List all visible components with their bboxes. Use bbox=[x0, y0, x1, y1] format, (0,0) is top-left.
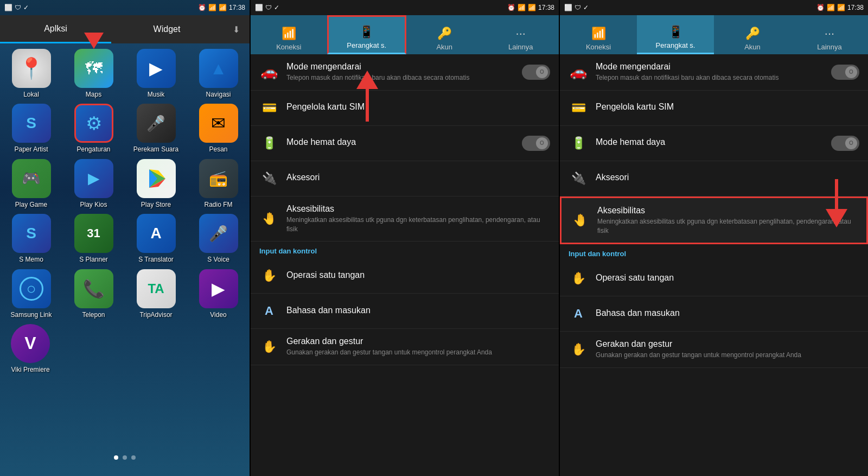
app-label-maps: Maps bbox=[86, 91, 101, 98]
app-icon-playgame: 🎮 bbox=[12, 159, 51, 198]
item-language-3[interactable]: A Bahasa dan masukan bbox=[560, 296, 868, 332]
app-pesan[interactable]: ✉ Pesan bbox=[190, 104, 247, 153]
shield-icon-2: 🛡 bbox=[265, 4, 272, 11]
tab-lainnya-2[interactable]: ··· Lainnya bbox=[483, 15, 559, 54]
battery-toggle-2[interactable] bbox=[522, 136, 550, 151]
language-text-3: Bahasa dan masukan bbox=[596, 308, 859, 320]
status-bar-2: ⬜ 🛡 ✓ ⏰ 📶 📶 17:38 bbox=[251, 0, 559, 15]
drive-icon-3: 🚗 bbox=[569, 62, 588, 82]
item-gesture-2[interactable]: ✋ Gerakan dan gestur Gunakan gerakan dan… bbox=[251, 329, 559, 365]
onetap-icon-2: ✋ bbox=[259, 266, 279, 285]
app-icon-pesan: ✉ bbox=[199, 104, 238, 143]
check-icon: ✓ bbox=[23, 4, 29, 11]
app-icon-paperartist: S bbox=[12, 104, 51, 143]
gesture-icon-3: ✋ bbox=[569, 340, 588, 359]
app-svoice[interactable]: 🎤 S Voice bbox=[190, 214, 247, 263]
app-video[interactable]: ▶ Video bbox=[190, 269, 247, 319]
signal-icon-3: 📶 bbox=[837, 4, 845, 11]
tab-widget[interactable]: Widget bbox=[111, 15, 222, 43]
download-icon[interactable]: ⬇ bbox=[222, 24, 250, 35]
app-maps[interactable]: 🗺 Maps bbox=[65, 49, 122, 98]
item-drive-2[interactable]: 🚗 Mode mengendarai Telepon masuk dan not… bbox=[251, 54, 559, 91]
app-grid: 📍 Lokal 🗺 Maps ▶ Musik ▲ Navigasi bbox=[0, 43, 250, 324]
sim-text-2: Pengelola kartu SIM bbox=[286, 102, 550, 113]
app-icon-splanner: 31 bbox=[74, 214, 113, 253]
app-lokal[interactable]: 📍 Lokal bbox=[3, 49, 60, 98]
item-battery-2[interactable]: 🔋 Mode hemat daya bbox=[251, 126, 559, 161]
app-label-playstore: Play Store bbox=[141, 201, 171, 208]
tab-akun-2[interactable]: 🔑 Akun bbox=[406, 15, 483, 54]
item-accessibility-2[interactable]: 🤚 Aksesibilitas Meningkatkan aksesibilit… bbox=[251, 196, 559, 242]
app-label-stranslator: S Translator bbox=[138, 256, 174, 263]
screenshot-icon-2: ⬜ bbox=[255, 4, 263, 11]
battery-icon-2: 🔋 bbox=[259, 134, 279, 153]
app-radiofm[interactable]: 📻 Radio FM bbox=[190, 159, 247, 208]
item-onetap-2[interactable]: ✋ Operasi satu tangan bbox=[251, 258, 559, 294]
battery-icon-3: 🔋 bbox=[569, 134, 588, 153]
item-battery-3[interactable]: 🔋 Mode hemat daya bbox=[560, 126, 868, 161]
tab-lainnya-3[interactable]: ··· Lainnya bbox=[791, 15, 868, 54]
app-label-radiofm: Radio FM bbox=[204, 201, 232, 208]
app-navigasi[interactable]: ▲ Navigasi bbox=[190, 49, 247, 98]
tab-aplksi[interactable]: Aplksi bbox=[0, 15, 111, 43]
tab-koneksi-label-3: Koneksi bbox=[586, 43, 611, 51]
gesture-text-3: Gerakan dan gestur Gunakan gerakan dan g… bbox=[596, 339, 859, 360]
app-musik[interactable]: ▶ Musik bbox=[127, 49, 184, 98]
tab-koneksi-2[interactable]: 📶 Koneksi bbox=[251, 15, 327, 54]
lainnya-icon-3: ··· bbox=[825, 27, 834, 41]
item-accessory-2[interactable]: 🔌 Aksesori bbox=[251, 161, 559, 196]
panel-settings-3: ⬜ 🛡 ✓ ⏰ 📶 📶 17:38 📶 Koneksi 📱 Perangkat … bbox=[560, 0, 868, 476]
app-pengaturan[interactable]: ⚙ Pengaturan bbox=[65, 104, 122, 153]
lainnya-icon-2: ··· bbox=[516, 27, 526, 41]
tab-akun-label-2: Akun bbox=[436, 43, 452, 51]
drive-toggle-3[interactable] bbox=[831, 65, 859, 80]
app-telepon[interactable]: 📞 Telepon bbox=[65, 269, 122, 319]
item-accessibility-3[interactable]: 🤚 Aksesibilitas Meningkatkan aksesibilit… bbox=[560, 196, 868, 245]
app-smemo[interactable]: S S Memo bbox=[3, 214, 60, 263]
app-playstore[interactable]: Play Store bbox=[127, 159, 184, 208]
item-language-2[interactable]: A Bahasa dan masukan bbox=[251, 294, 559, 329]
app-icon-svoice: 🎤 bbox=[199, 214, 238, 253]
app-icon-radiofm: 📻 bbox=[199, 159, 238, 198]
tab-perangkat-label-3: Perangkat s. bbox=[656, 41, 695, 49]
app-playgame[interactable]: 🎮 Play Game bbox=[3, 159, 60, 208]
item-gesture-3[interactable]: ✋ Gerakan dan gestur Gunakan gerakan dan… bbox=[560, 332, 868, 368]
tab-akun-3[interactable]: 🔑 Akun bbox=[714, 15, 791, 54]
battery-text-3: Mode hemat daya bbox=[596, 137, 824, 149]
item-accessory-3[interactable]: 🔌 Aksesori bbox=[560, 161, 868, 196]
accessory-text-3: Aksesori bbox=[596, 173, 859, 184]
tab-koneksi-3[interactable]: 📶 Koneksi bbox=[560, 15, 637, 54]
wifi-icon-2: 📶 bbox=[518, 4, 526, 11]
check-icon-2: ✓ bbox=[274, 4, 279, 11]
battery-toggle-3[interactable] bbox=[831, 136, 859, 151]
app-samsunglink[interactable]: ○ Samsung Link bbox=[3, 269, 60, 319]
app-label-tripadvisor: TripAdvisor bbox=[139, 311, 172, 319]
drive-toggle-2[interactable] bbox=[522, 65, 550, 80]
settings-tabs-2: 📶 Koneksi 📱 Perangkat s. 🔑 Akun ··· Lain… bbox=[251, 15, 559, 54]
item-onetap-3[interactable]: ✋ Operasi satu tangan bbox=[560, 261, 868, 296]
item-sim-2[interactable]: 💳 Pengelola kartu SIM bbox=[251, 91, 559, 126]
app-viki[interactable]: V Viki Premiere bbox=[11, 324, 50, 373]
app-label-smemo: S Memo bbox=[19, 256, 43, 263]
app-paperartist[interactable]: S Paper Artist bbox=[3, 104, 60, 153]
signal-icon: 📶 bbox=[219, 4, 227, 11]
accessory-icon-2: 🔌 bbox=[259, 169, 279, 188]
panel-settings-2: ⬜ 🛡 ✓ ⏰ 📶 📶 17:38 📶 Koneksi 📱 Perangkat … bbox=[251, 0, 559, 476]
item-drive-3[interactable]: 🚗 Mode mengendarai Telepon masuk dan not… bbox=[560, 54, 868, 91]
app-stranslator[interactable]: A S Translator bbox=[127, 214, 184, 263]
app-splanner[interactable]: 31 S Planner bbox=[65, 214, 122, 263]
akun-icon-2: 🔑 bbox=[437, 27, 452, 41]
accessibility-icon-3: 🤚 bbox=[570, 211, 590, 230]
item-sim-3[interactable]: 💳 Pengelola kartu SIM bbox=[560, 91, 868, 126]
shield-icon-3: 🛡 bbox=[575, 4, 581, 11]
app-playkios[interactable]: ▶ Play Kios bbox=[65, 159, 122, 208]
app-icon-lokal: 📍 bbox=[12, 49, 51, 88]
app-icon-playkios: ▶ bbox=[74, 159, 113, 198]
tab-bar-1: Aplksi Widget ⬇ bbox=[0, 15, 250, 43]
tab-perangkat-3[interactable]: 📱 Perangkat s. bbox=[637, 15, 714, 54]
app-icon-telepon: 📞 bbox=[74, 269, 113, 308]
sim-icon-2: 💳 bbox=[259, 98, 279, 118]
app-perekam[interactable]: 🎤 Perekam Suara bbox=[127, 104, 184, 153]
app-tripadvisor[interactable]: TA TripAdvisor bbox=[127, 269, 184, 319]
tab-perangkat-2[interactable]: 📱 Perangkat s. bbox=[327, 15, 407, 54]
